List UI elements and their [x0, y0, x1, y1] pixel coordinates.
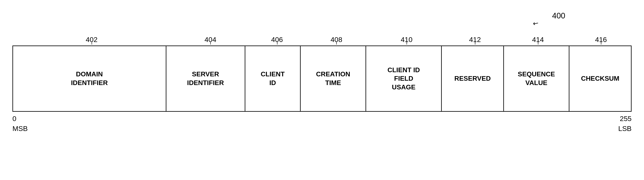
reference-numbers-row: 402 404 406 408 410 412 414 416: [12, 30, 632, 44]
figure-ref-number: 400: [552, 11, 565, 20]
field-creation-label: CREATIONTIME: [316, 70, 350, 87]
field-creation-time: CREATIONTIME: [301, 46, 366, 111]
field-reserved: RESERVED: [442, 46, 504, 111]
field-sequence-label: SEQUENCEVALUE: [518, 70, 555, 87]
bottom-right-num: 255: [620, 115, 632, 123]
field-sequence-value: SEQUENCEVALUE: [504, 46, 570, 111]
ref-cell-408: 408: [304, 30, 369, 44]
field-client-id-field-usage: CLIENT IDFIELDUSAGE: [366, 46, 442, 111]
bottom-right-lsb: LSB: [618, 125, 632, 132]
bottom-left-num: 0: [12, 115, 16, 123]
field-checksum-label: CHECKSUM: [581, 74, 619, 83]
field-domain-label: DOMAINIDENTIFIER: [71, 70, 108, 87]
field-server-identifier: SERVERIDENTIFIER: [166, 46, 245, 111]
bottom-left-msb: MSB: [12, 125, 28, 132]
diagram-container: 400 ↗ 402 404 406 408 410 412: [0, 0, 644, 180]
ref-cell-410: 410: [369, 30, 444, 44]
field-reserved-label: RESERVED: [454, 74, 491, 83]
ref-cell-404: 404: [171, 30, 250, 44]
bottom-left-label: 0 MSB: [12, 114, 28, 134]
field-client-id: CLIENTID: [245, 46, 301, 111]
ref-cell-414: 414: [506, 30, 570, 44]
figure-ref-label: 400: [552, 11, 565, 20]
field-server-label: SERVERIDENTIFIER: [187, 70, 224, 87]
ref-cell-406: 406: [250, 30, 304, 44]
field-client-id-label: CLIENTID: [261, 70, 285, 87]
field-checksum: CHECKSUM: [570, 46, 631, 111]
ref-cell-402: 402: [12, 30, 171, 44]
ref-cell-412: 412: [444, 30, 506, 44]
figure-ref-arrow: ↗: [531, 19, 540, 28]
ref-cell-416: 416: [570, 30, 632, 44]
fields-row: DOMAINIDENTIFIER SERVERIDENTIFIER CLIENT…: [12, 45, 632, 112]
field-clientid-usage-label: CLIENT IDFIELDUSAGE: [388, 66, 420, 92]
bottom-right-label: 255 LSB: [618, 114, 632, 134]
field-domain-identifier: DOMAINIDENTIFIER: [13, 46, 166, 111]
